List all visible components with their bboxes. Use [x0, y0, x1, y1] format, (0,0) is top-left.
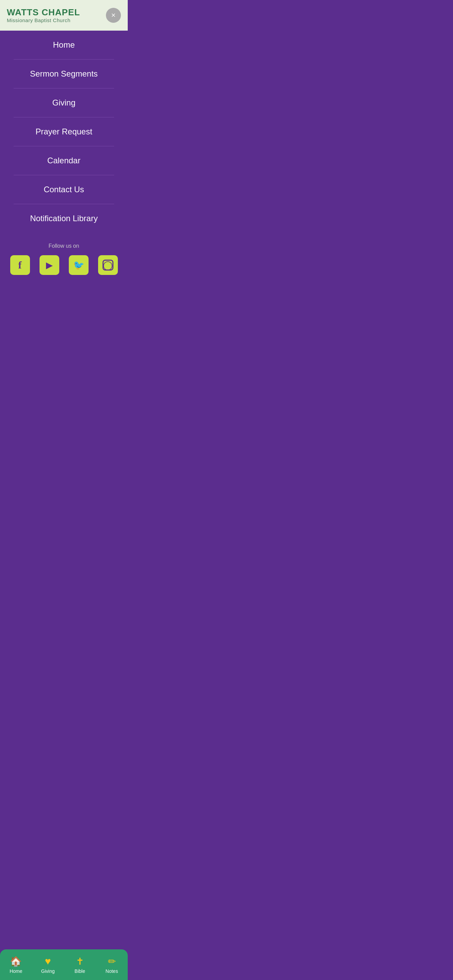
youtube-icon: ▶	[46, 260, 53, 270]
youtube-button[interactable]: ▶	[40, 255, 59, 275]
social-icons-container: f ▶ 🐦 ◯	[7, 255, 121, 275]
follow-us-text: Follow us on	[7, 243, 121, 249]
twitter-icon: 🐦	[73, 260, 84, 270]
church-name-sub: Missionary Baptist Church	[7, 18, 80, 23]
church-name-main: WATTS CHAPEL	[7, 8, 80, 18]
facebook-button[interactable]: f	[10, 255, 30, 275]
nav-item-giving[interactable]: Giving	[14, 89, 114, 118]
nav-item-contact-us[interactable]: Contact Us	[14, 175, 114, 204]
instagram-button[interactable]: ◯	[98, 255, 118, 275]
church-logo: WATTS CHAPEL Missionary Baptist Church	[7, 8, 80, 23]
nav-menu: Home Sermon Segments Giving Prayer Reque…	[0, 30, 128, 233]
twitter-button[interactable]: 🐦	[69, 255, 89, 275]
nav-item-sermon-segments[interactable]: Sermon Segments	[14, 60, 114, 89]
social-section: Follow us on f ▶ 🐦 ◯	[0, 233, 128, 292]
facebook-icon: f	[18, 259, 22, 271]
close-button[interactable]: ×	[106, 8, 121, 23]
nav-item-home[interactable]: Home	[14, 30, 114, 60]
header: WATTS CHAPEL Missionary Baptist Church ×	[0, 0, 128, 30]
instagram-icon: ◯	[102, 259, 113, 270]
nav-item-prayer-request[interactable]: Prayer Request	[14, 118, 114, 146]
nav-item-notification-library[interactable]: Notification Library	[14, 204, 114, 233]
nav-item-calendar[interactable]: Calendar	[14, 146, 114, 175]
